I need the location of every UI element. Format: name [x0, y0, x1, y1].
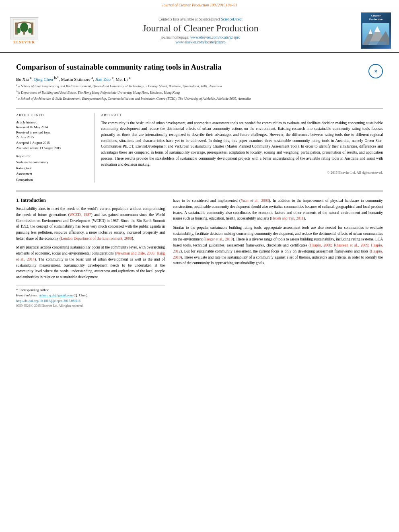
author-qing-chen[interactable]: Qing Chen	[34, 76, 53, 81]
right-paragraph-1: have to be considered and implemented (Y…	[173, 198, 383, 222]
contents-line: Contents lists available at ScienceDirec…	[44, 17, 357, 21]
email-link[interactable]: richard.q.ch@gmail.com	[39, 293, 73, 297]
intro-heading: 1. Introduction	[16, 198, 165, 203]
footnote-section: * Corresponding author. E-mail address: …	[16, 285, 165, 308]
contents-text: Contents lists available at ScienceDirec…	[158, 17, 220, 21]
history-label: Article history:	[16, 120, 88, 124]
main-right-column: have to be considered and implemented (Y…	[173, 198, 383, 308]
abstract-column: ABSTRACT The community is the basic unit…	[101, 113, 383, 183]
ref-wced1987[interactable]: WCED, 1987	[70, 213, 91, 217]
accepted-date: Accepted 1 August 2015	[16, 141, 88, 145]
crossmark-badge: ✕	[368, 64, 383, 78]
received-revised-date: Received in revised form22 July 2015	[16, 130, 88, 140]
main-left-column: 1. Introduction Sustainability aims to m…	[16, 198, 165, 308]
intro-paragraph-2: Many practical actions concerning sustai…	[16, 244, 165, 280]
cover-title: CleanerProduction	[369, 14, 383, 21]
affiliation-a: a a School of Civil Engineering and Buil…	[16, 83, 251, 89]
ref-london2000[interactable]: London Department of the Environment, 20…	[61, 236, 132, 240]
article-history: Article history: Received 16 May 2014 Re…	[16, 120, 88, 150]
corresponding-note: * Corresponding author.	[16, 288, 165, 292]
ref-jaeger2010[interactable]: Jaeger et al., 2010	[205, 237, 233, 241]
homepage-url-display: www.elsevier.com/locate/jclepro	[44, 40, 357, 44]
article-info-column: ARTICLE INFO Article history: Received 1…	[16, 113, 95, 183]
received-date: Received 16 May 2014	[16, 125, 88, 129]
ref-newman-dale[interactable]: Newman and Dale, 2005; Hang et al., 2014	[16, 251, 165, 261]
header-center: Contents lists available at ScienceDirec…	[44, 17, 357, 44]
homepage-link[interactable]: www.elsevier.com/locate/jclepro	[175, 40, 225, 44]
main-content: 1. Introduction Sustainability aims to m…	[16, 191, 383, 308]
keyword-4: Comparison	[16, 177, 88, 183]
email-name: (Q. Chen).	[74, 293, 88, 297]
svg-point-13	[367, 41, 387, 45]
keyword-2: Rating tool	[16, 165, 88, 171]
authors-line: Bo Xia a, Qing Chen b,*, Martin Skitmore…	[16, 76, 251, 82]
keywords-section: Keywords: Sustainable community Rating t…	[16, 154, 88, 183]
top-bar: Journal of Cleaner Production 109 (2015)…	[0, 0, 399, 9]
affiliation-c: c c School of Architecture & Built Envir…	[16, 95, 251, 101]
elsevier-text: ELSEVIER	[13, 40, 35, 44]
ref-yuan2003[interactable]: Yuan et al., 2003	[241, 199, 269, 203]
doi-link[interactable]: http://dx.doi.org/10.1016/j.jclepro.2015…	[16, 299, 165, 303]
journal-cover-image: CleanerProduction	[361, 12, 391, 49]
svg-point-6	[28, 28, 32, 33]
ref-haapio2008[interactable]: Haapio, 2008; Khasreen et al., 2009; Haa…	[173, 243, 383, 253]
keywords-list: Sustainable community Rating tool Assess…	[16, 159, 88, 183]
homepage-label: journal homepage:	[161, 35, 189, 39]
elsevier-logo: ELSEVIER	[8, 17, 40, 44]
issn-line: 0959-6526/© 2015 Elsevier Ltd. All right…	[16, 304, 165, 308]
article-info-label: ARTICLE INFO	[16, 113, 88, 117]
intro-paragraph-1: Sustainability aims to meet the needs of…	[16, 206, 165, 241]
ref-hsueh-yan[interactable]: Hsueh and Yan, 2011	[271, 216, 304, 220]
svg-point-3	[20, 23, 28, 32]
ref-haapio2010[interactable]: Haapio, 2010	[173, 249, 383, 259]
affiliations: a a School of Civil Engineering and Buil…	[16, 83, 251, 101]
author-jian-zuo[interactable]: Jian Zuo	[95, 76, 111, 81]
journal-header: ELSEVIER Contents lists available at Sci…	[0, 9, 399, 53]
keyword-1: Sustainable community	[16, 159, 88, 165]
svg-point-5	[16, 28, 21, 33]
cover-illustration	[362, 23, 389, 45]
section-number: 1.	[16, 198, 20, 203]
abstract-text: The community is the basic unit of urban…	[101, 120, 383, 168]
keywords-label: Keywords:	[16, 154, 88, 158]
svg-rect-4	[23, 31, 25, 35]
article-info-abstract-section: ARTICLE INFO Article history: Received 1…	[16, 109, 383, 183]
journal-title: Journal of Cleaner Production	[44, 23, 357, 34]
journal-reference: Journal of Cleaner Production 109 (2015)…	[162, 3, 237, 7]
section-title: Introduction	[21, 198, 46, 203]
affiliation-b: b b Department of Building and Real Esta…	[16, 89, 251, 95]
email-label: E-mail address:	[16, 293, 39, 297]
copyright-line: © 2015 Elsevier Ltd. All rights reserved…	[101, 170, 383, 175]
keyword-3: Assessment	[16, 171, 88, 177]
article-title: Comparison of sustainable community rati…	[16, 62, 251, 72]
available-online-date: Available online 13 August 2015	[16, 146, 88, 150]
homepage-url[interactable]: www.elsevier.com/locate/jclepro	[190, 35, 240, 39]
sciencedirect-link[interactable]: ScienceDirect	[221, 17, 243, 21]
article-title-section: Comparison of sustainable community rati…	[16, 57, 383, 109]
email-note: E-mail address: richard.q.ch@gmail.com (…	[16, 293, 165, 297]
homepage-line: journal homepage: www.elsevier.com/locat…	[44, 35, 357, 39]
paper-body: Comparison of sustainable community rati…	[0, 53, 399, 316]
right-paragraph-2: Similar to the popular sustainable build…	[173, 225, 383, 266]
abstract-label: ABSTRACT	[101, 113, 383, 117]
